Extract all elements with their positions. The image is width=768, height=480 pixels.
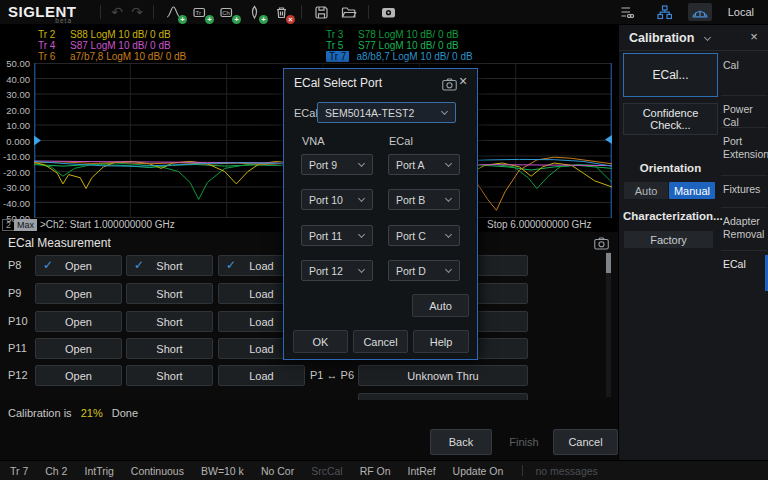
open-button[interactable]: ✓Open	[35, 255, 122, 276]
y-axis-tick: -40.00	[0, 198, 30, 209]
connection-mode-label[interactable]: Local	[728, 6, 754, 18]
trace-id: Tr 7	[326, 51, 349, 62]
dialog-screenshot-icon[interactable]	[442, 77, 457, 90]
unknown-thru-button[interactable]: Unknown Thru	[358, 365, 528, 386]
section-title: ECal Measurement	[8, 236, 111, 250]
scrollbar-thumb[interactable]	[606, 253, 611, 273]
trace-id: Tr 5	[326, 40, 351, 51]
open-button[interactable]: Open	[35, 311, 122, 332]
sidebar-menu-item-adapter-removal[interactable]: Adapter Removal	[723, 215, 767, 241]
sidebar-menu-item-cal[interactable]: Cal	[723, 59, 767, 72]
status-item-ch-2[interactable]: Ch 2	[45, 465, 67, 477]
redo-icon[interactable]: ↷	[127, 4, 147, 20]
max-badge[interactable]: Max	[14, 219, 37, 231]
status-item-intref[interactable]: IntRef	[408, 465, 436, 477]
dialog-cancel-button[interactable]: Cancel	[353, 330, 408, 353]
status-item-continuous[interactable]: Continuous	[131, 465, 184, 477]
remote-bridge-icon[interactable]	[688, 3, 712, 21]
ecal-port-select[interactable]: Port B	[388, 189, 460, 210]
save-icon[interactable]	[311, 3, 332, 22]
short-button[interactable]: Short	[126, 283, 213, 304]
ecal-port-select[interactable]: Port D	[388, 260, 460, 281]
ecal-button[interactable]: ECal...	[623, 53, 718, 97]
status-item-inttrig[interactable]: IntTrig	[84, 465, 113, 477]
status-item-srccal[interactable]: SrcCal	[311, 465, 343, 477]
button-label: Load	[249, 288, 273, 300]
network-icon[interactable]	[654, 3, 675, 22]
ecal-module-select[interactable]: SEM5014A-TEST2	[317, 102, 456, 123]
short-button[interactable]: ✓Short	[126, 255, 213, 276]
dialog-close-icon[interactable]: ×	[456, 73, 470, 89]
menu-divider	[721, 250, 767, 251]
cancel-button[interactable]: Cancel	[553, 429, 618, 455]
trace-legend-item[interactable]: Tr 5S77 LogM 10 dB/ 0 dB	[326, 40, 473, 51]
load-button[interactable]: Load	[218, 365, 305, 386]
back-button[interactable]: Back	[430, 429, 492, 455]
measurement-row: P12OpenShortLoadP1 ↔ P6Unknown Thru	[0, 365, 606, 386]
vna-port-select[interactable]: Port 12	[301, 260, 373, 281]
sidebar-menu-item-port-extension[interactable]: Port Extension	[723, 135, 767, 161]
select-value: Port B	[396, 194, 425, 206]
check-icon: ✓	[43, 258, 53, 272]
progress-prefix: Calibration is	[8, 407, 72, 419]
status-item-update-on[interactable]: Update On	[453, 465, 504, 477]
sidebar-close-icon[interactable]: ×	[747, 29, 761, 44]
orientation-auto-button[interactable]: Auto	[624, 182, 668, 199]
trace-detail: a8/b8,7 LogM 10 dB/ 0 dB	[356, 51, 472, 62]
trace-detail: S88 LogM 10 dB/ 0 dB	[70, 29, 171, 40]
chevron-down-icon	[358, 160, 365, 167]
chevron-down-icon	[358, 231, 365, 238]
ecal-port-select[interactable]: Port A	[388, 154, 460, 175]
thru-button-partial[interactable]	[358, 393, 528, 400]
add-channel-icon[interactable]: Ch+	[217, 3, 238, 22]
sidebar-menu-item-power-cal[interactable]: Power Cal	[723, 103, 767, 129]
vna-port-select[interactable]: Port 9	[301, 154, 373, 175]
scrollbar-track[interactable]	[606, 252, 611, 397]
trace-id: Tr 4	[38, 40, 63, 51]
open-button[interactable]: Open	[35, 365, 122, 386]
open-button[interactable]: Open	[35, 338, 122, 359]
open-button[interactable]: Open	[35, 283, 122, 304]
y-axis-tick: -30.00	[0, 182, 30, 193]
orientation-manual-button[interactable]: Manual	[669, 182, 715, 199]
factory-button[interactable]: Factory	[624, 231, 713, 248]
sidebar-menu-item-fixtures[interactable]: Fixtures	[723, 183, 767, 196]
chevron-down-icon[interactable]	[704, 34, 711, 41]
finish-button[interactable]: Finish	[497, 429, 551, 455]
vna-port-select[interactable]: Port 11	[301, 225, 373, 246]
select-value: Port 12	[309, 265, 343, 277]
screenshot-icon[interactable]	[378, 3, 399, 22]
ecal-port-select[interactable]: Port C	[388, 225, 460, 246]
status-item-rf-on[interactable]: RF On	[360, 465, 391, 477]
ecal-module-value: SEM5014A-TEST2	[325, 107, 414, 119]
trace-legend-item[interactable]: Tr 7a8/b8,7 LogM 10 dB/ 0 dB	[326, 51, 473, 62]
short-button[interactable]: Short	[126, 338, 213, 359]
short-button[interactable]: Short	[126, 365, 213, 386]
open-icon[interactable]	[338, 3, 359, 22]
port-label: P9	[8, 287, 21, 299]
help-button[interactable]: Help	[413, 330, 469, 353]
vna-port-select[interactable]: Port 10	[301, 189, 373, 210]
trace-legend-item[interactable]: Tr 6a7/b7,8 LogM 10 dB/ 0 dB	[38, 51, 186, 62]
ok-button[interactable]: OK	[293, 330, 348, 353]
add-trace-icon[interactable]: Tr+	[190, 3, 211, 22]
confidence-check-button[interactable]: Confidence Check...	[623, 103, 718, 135]
auto-button[interactable]: Auto	[412, 294, 469, 317]
short-button[interactable]: Short	[126, 311, 213, 332]
section-screenshot-icon[interactable]	[594, 236, 609, 249]
status-item-no-cor[interactable]: No Cor	[261, 465, 294, 477]
port-label: P12	[8, 369, 28, 381]
undo-icon[interactable]: ↶	[107, 4, 127, 20]
trace-legend-item[interactable]: Tr 3S78 LogM 10 dB/ 0 dB	[326, 29, 473, 40]
status-item-tr-7[interactable]: Tr 7	[10, 465, 28, 477]
add-marker-icon[interactable]: +	[244, 3, 265, 22]
add-measurement-icon[interactable]: +	[163, 3, 184, 22]
trace-legend-item[interactable]: Tr 4S87 LogM 10 dB/ 0 dB	[38, 40, 186, 51]
status-item-bw-10-k[interactable]: BW=10 k	[201, 465, 244, 477]
button-label: Load	[249, 370, 273, 382]
trace-legend-item[interactable]: Tr 2S88 LogM 10 dB/ 0 dB	[38, 29, 186, 40]
chevron-down-icon	[445, 160, 452, 167]
delete-icon[interactable]: ×	[271, 3, 292, 22]
preset-list-icon[interactable]	[617, 3, 638, 22]
sidebar-menu-item-ecal[interactable]: ECal	[723, 258, 767, 271]
